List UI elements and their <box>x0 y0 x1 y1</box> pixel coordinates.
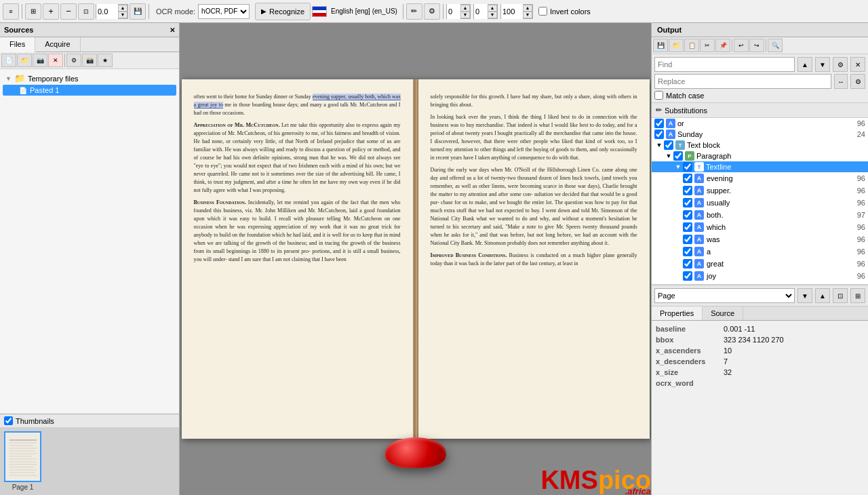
output-save-btn[interactable]: 💾 <box>653 39 668 52</box>
scan-button[interactable]: 📷 <box>33 54 47 67</box>
delete-button[interactable]: ✕ <box>48 54 63 67</box>
page-up-btn[interactable]: ▲ <box>815 288 830 303</box>
thumbnail-page1[interactable]: Page 1 <box>4 431 41 491</box>
src-star-button[interactable]: ★ <box>98 54 113 67</box>
great-checkbox[interactable] <box>683 259 692 269</box>
ocr-mode-select[interactable]: hOCR, PDF hOCR only <box>198 4 250 19</box>
tab-properties[interactable]: Properties <box>652 306 703 320</box>
page-expand-btn[interactable]: ⊞ <box>850 288 865 303</box>
word-entry-usually[interactable]: A usually 96 <box>652 197 868 209</box>
word-entry-great[interactable]: A great 96 <box>652 258 868 270</box>
zoom-in-button[interactable]: + <box>43 3 59 20</box>
page-select-dropdown[interactable]: Page <box>654 288 795 303</box>
replace-btn[interactable]: ↔ <box>834 74 848 89</box>
match-case-checkbox[interactable] <box>654 91 663 100</box>
replace-input[interactable] <box>654 74 831 89</box>
zoom-out-button[interactable]: − <box>60 3 77 20</box>
textblock-checkbox[interactable] <box>664 140 673 150</box>
zoom-reset-button[interactable]: ⊞ <box>25 3 41 20</box>
src-settings-button[interactable]: ⚙ <box>66 54 81 67</box>
which-checkbox[interactable] <box>683 222 692 232</box>
zoom2-up[interactable]: ▲ <box>460 5 470 12</box>
thumbnails-header[interactable]: Thumbnails <box>0 414 179 427</box>
paragraph-toggle[interactable]: ▼ <box>664 153 673 159</box>
find-input[interactable] <box>654 57 795 72</box>
prop-x-ascenders: x_ascenders 10 <box>656 346 864 355</box>
tree-node-textline[interactable]: ▼ T Textline <box>652 161 868 172</box>
find-close-btn[interactable]: ✕ <box>850 57 865 72</box>
pencil-button[interactable]: ✏ <box>406 3 422 20</box>
zoom-input-3[interactable] <box>474 4 488 19</box>
sunday-checkbox[interactable] <box>654 130 664 139</box>
usually-checkbox[interactable] <box>683 198 692 207</box>
settings-button[interactable]: ⚙ <box>424 3 440 20</box>
output-undo-btn[interactable]: ↩ <box>734 39 749 52</box>
word-entry-was[interactable]: A was 96 <box>652 233 868 245</box>
textline-toggle[interactable]: ▼ <box>673 163 683 170</box>
tree-node-paragraph[interactable]: ▼ P Paragraph <box>652 151 868 161</box>
find-prev-btn[interactable]: ▲ <box>797 57 812 72</box>
zoom2-down[interactable]: ▼ <box>460 12 470 18</box>
output-open-btn[interactable]: 📁 <box>669 39 684 52</box>
zoom-down[interactable]: ▼ <box>118 12 127 18</box>
word-entry-evening[interactable]: A evening 96 <box>652 172 868 184</box>
tree-node-or[interactable]: A or 96 <box>652 118 868 129</box>
zoom-spinner[interactable]: ▲ ▼ <box>118 5 127 18</box>
red-button[interactable] <box>385 437 446 468</box>
thumbnails-checkbox[interactable] <box>4 416 13 425</box>
page-down-btn[interactable]: ▼ <box>797 288 812 303</box>
zoom-fit-button[interactable]: ⊡ <box>78 3 94 20</box>
zoom-percent-spinner[interactable]: ▲ ▼ <box>523 5 532 18</box>
find-settings-btn[interactable]: ⚙ <box>833 57 848 72</box>
new-file-button[interactable]: 📄 <box>1 54 16 67</box>
zoom3-up[interactable]: ▲ <box>488 5 497 12</box>
src-camera-button[interactable]: 📸 <box>82 54 97 67</box>
word-entry-supper[interactable]: A supper. 96 <box>652 184 868 197</box>
word-entry-joy[interactable]: A joy 96 <box>652 270 868 282</box>
zoom-input-2[interactable] <box>447 4 460 19</box>
zoom-input[interactable] <box>96 4 118 19</box>
tree-node-textblock[interactable]: ▼ T Text block <box>652 140 868 151</box>
a-checkbox[interactable] <box>683 247 692 256</box>
output-zoomin-btn[interactable]: 🔍 <box>768 39 783 52</box>
output-paste-btn[interactable]: 📌 <box>715 39 730 52</box>
page-fit-btn[interactable]: ⊡ <box>833 288 848 303</box>
menu-button[interactable]: ≡ <box>3 3 19 20</box>
sources-tabs: Files Acquire <box>0 37 179 52</box>
zoom-up[interactable]: ▲ <box>118 5 127 12</box>
tree-node-sunday[interactable]: A Sunday 24 <box>652 129 868 140</box>
zoom3-down[interactable]: ▼ <box>488 12 497 18</box>
both-checkbox[interactable] <box>683 210 692 220</box>
tree-item-pasted[interactable]: 📄 Pasted 1 <box>3 85 176 96</box>
was-checkbox[interactable] <box>683 235 692 244</box>
tab-acquire[interactable]: Acquire <box>35 37 80 52</box>
open-folder-button[interactable]: 📁 <box>17 54 32 67</box>
replace-settings-btn[interactable]: ⚙ <box>850 74 865 89</box>
word-entry-a[interactable]: A a 96 <box>652 245 868 258</box>
invert-colors-checkbox[interactable] <box>538 7 547 16</box>
tab-source[interactable]: Source <box>703 306 743 320</box>
word-entry-which[interactable]: A which 96 <box>652 221 868 233</box>
sources-close-icon[interactable]: ✕ <box>170 26 175 34</box>
tab-files[interactable]: Files <box>0 37 35 52</box>
find-next-btn[interactable]: ▼ <box>815 57 830 72</box>
supper-checkbox[interactable] <box>683 186 692 195</box>
textline-checkbox[interactable] <box>683 162 692 172</box>
zoom-spinner-2[interactable]: ▲ ▼ <box>460 5 470 18</box>
percent-up[interactable]: ▲ <box>523 5 532 12</box>
word-entry-both[interactable]: A both. 97 <box>652 209 868 221</box>
joy-checkbox[interactable] <box>683 271 692 281</box>
zoom-percent-input[interactable] <box>501 4 523 19</box>
textblock-toggle[interactable]: ▼ <box>654 142 664 148</box>
or-checkbox[interactable] <box>654 119 664 128</box>
recognize-button[interactable]: ▶ Recognize <box>255 3 311 20</box>
save-button[interactable]: 💾 <box>130 3 146 20</box>
paragraph-checkbox[interactable] <box>673 151 683 161</box>
zoom-spinner-3[interactable]: ▲ ▼ <box>488 5 497 18</box>
tree-folder-temp[interactable]: ▼ 📁 Temporary files <box>3 72 176 85</box>
output-redo-btn[interactable]: ↪ <box>749 39 764 52</box>
percent-down[interactable]: ▼ <box>523 12 532 18</box>
output-cut-btn[interactable]: ✂ <box>700 39 715 52</box>
evening-checkbox[interactable] <box>683 174 692 183</box>
output-copy-btn[interactable]: 📋 <box>684 39 699 52</box>
